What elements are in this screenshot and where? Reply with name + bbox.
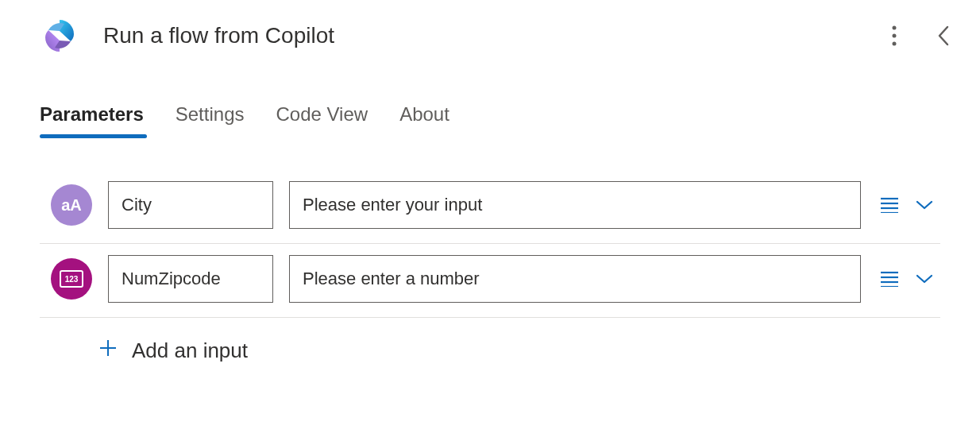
panel-title: Run a flow from Copilot	[103, 23, 882, 48]
svg-point-2	[893, 42, 897, 46]
copilot-logo	[40, 16, 79, 56]
tab-bar: Parameters Settings Code View About	[0, 64, 980, 138]
row-actions	[877, 266, 940, 292]
parameter-value-input[interactable]	[289, 181, 861, 229]
row-actions	[877, 192, 940, 218]
add-input-button[interactable]: Add an input	[40, 318, 940, 363]
svg-point-1	[893, 34, 897, 38]
tab-label: Parameters	[40, 103, 144, 125]
parameter-value-input[interactable]	[289, 255, 861, 303]
reorder-button[interactable]	[877, 192, 902, 218]
more-options-button[interactable]	[882, 23, 907, 48]
parameter-name-input[interactable]	[108, 181, 273, 229]
parameter-row: 123	[40, 244, 940, 318]
collapse-panel-button[interactable]	[931, 23, 956, 48]
parameter-options-button[interactable]	[912, 266, 937, 292]
add-input-label: Add an input	[132, 338, 248, 363]
tab-code-view[interactable]: Code View	[276, 103, 368, 138]
chevron-down-icon	[916, 199, 933, 211]
tab-about[interactable]: About	[399, 103, 449, 138]
parameter-row: aA	[40, 170, 940, 244]
number-type-icon: 123	[51, 258, 92, 300]
plus-icon	[98, 338, 118, 363]
chevron-left-icon	[936, 25, 951, 47]
tab-label: About	[399, 103, 449, 125]
reorder-button[interactable]	[877, 266, 902, 292]
reorder-lines-icon	[880, 197, 899, 213]
chevron-down-icon	[916, 273, 933, 284]
reorder-lines-icon	[880, 271, 899, 287]
header-actions	[882, 23, 956, 48]
parameter-options-button[interactable]	[912, 192, 937, 218]
panel-header: Run a flow from Copilot	[0, 0, 980, 64]
parameter-name-input[interactable]	[108, 255, 273, 303]
svg-point-0	[893, 26, 897, 30]
tab-parameters[interactable]: Parameters	[40, 103, 144, 138]
number-box-icon: 123	[60, 270, 83, 288]
tab-label: Code View	[276, 103, 368, 125]
text-type-icon: aA	[51, 184, 92, 226]
svg-text:123: 123	[65, 275, 79, 284]
tab-settings[interactable]: Settings	[176, 103, 245, 138]
tab-label: Settings	[176, 103, 245, 125]
vertical-dots-icon	[892, 25, 897, 46]
parameters-section: aA 123	[0, 138, 980, 363]
type-icon-label: aA	[61, 196, 82, 215]
